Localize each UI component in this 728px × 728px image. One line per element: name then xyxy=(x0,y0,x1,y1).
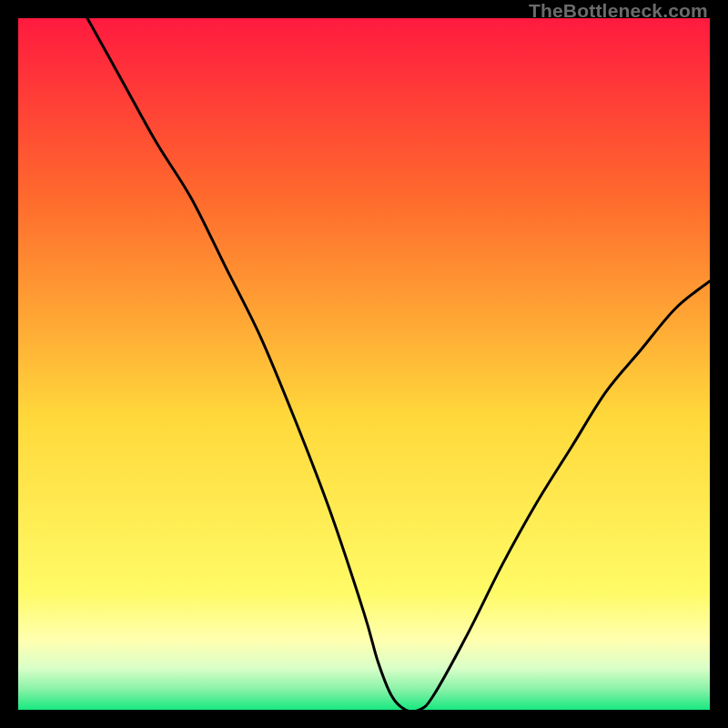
bottleneck-curve xyxy=(18,18,710,710)
chart-frame: TheBottleneck.com xyxy=(0,0,728,728)
plot-area xyxy=(18,18,710,710)
watermark-text: TheBottleneck.com xyxy=(529,0,708,22)
